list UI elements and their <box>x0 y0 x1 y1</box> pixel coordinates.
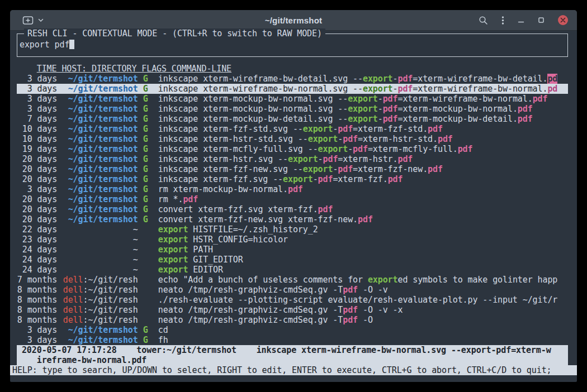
restore-button[interactable] <box>538 17 545 23</box>
command-segment: pdf <box>397 154 413 164</box>
command-segment: - <box>313 174 318 184</box>
status-line-1: 2020-05-07 17:17:28 tower:~/git/termshot… <box>17 345 568 355</box>
minimize-icon <box>518 17 524 23</box>
history-row[interactable]: 8 months dell:~/git/resh neato /tmp/resh… <box>17 305 568 315</box>
row-time: 8 months <box>17 315 57 325</box>
history-row[interactable]: 3 days ~/git/termshot G rm xterm-mockup-… <box>17 184 568 194</box>
command-segment: pdf <box>438 134 453 144</box>
command-segment: pdf <box>388 174 403 184</box>
row-time: 24 days <box>17 245 57 255</box>
command-segment: =xterm-wireframe-bw-normal. <box>397 94 532 104</box>
row-host-directory: ~/git/termshot <box>62 164 138 174</box>
row-flags: G <box>143 204 148 214</box>
command-segment: -O -v -x <box>358 305 403 315</box>
row-command: inkscape xterm-wireframe-bw-normal.svg -… <box>158 84 568 94</box>
row-flags <box>143 285 148 295</box>
command-segment: ~/git/termshot <box>68 335 138 345</box>
new-tab-button[interactable] <box>22 16 34 25</box>
command-segment: =xterm-wireframe-bw-normal. <box>413 84 547 94</box>
history-row[interactable]: 23 days ~ export HSTR_CONFIG=hicolor <box>17 235 568 245</box>
help-bar: HELP: type to search, UP/DOWN to select,… <box>10 365 577 375</box>
history-row[interactable]: 24 days ~ export GIT_EDITOR <box>17 255 568 265</box>
row-time: 8 months <box>17 285 57 295</box>
history-row[interactable]: 3 days ~/git/termshot G cd <box>17 325 568 335</box>
history-row[interactable]: 19 days ~/git/termshot G inkscape xterm-… <box>17 144 568 154</box>
row-flags: G <box>143 184 148 194</box>
command-segment: :~/git/resh <box>83 285 138 295</box>
row-command: fh <box>158 335 568 345</box>
row-command: inkscape xterm-fzf-std.svg --export-pdf=… <box>158 124 568 134</box>
command-segment: pd <box>547 74 557 84</box>
command-segment: ~ <box>133 255 138 265</box>
history-row[interactable]: 20 days ~/git/termshot G inkscape xterm-… <box>17 174 568 184</box>
command-segment: ed symbols to make golinter happ <box>397 275 557 285</box>
close-button[interactable] <box>558 15 568 25</box>
close-icon <box>560 17 566 23</box>
command-segment: inkscape xterm-fzf.svg -- <box>158 174 283 184</box>
search-input[interactable]: export pdf <box>20 40 565 50</box>
query-text: export pdf <box>20 40 69 50</box>
command-segment: pd <box>547 84 557 94</box>
menu-button[interactable] <box>501 16 504 25</box>
history-row[interactable]: 7 days ~/git/termshot G inkscape xterm-m… <box>17 114 568 124</box>
command-segment: pdf <box>428 124 443 134</box>
command-segment: :~/git/resh <box>83 315 138 325</box>
history-row[interactable]: 10 days ~/git/termshot G inkscape xterm-… <box>17 134 568 144</box>
history-row[interactable]: 24 days ~ export PATH <box>17 245 568 255</box>
command-segment: pdf <box>358 214 373 224</box>
history-row[interactable]: 22 days ~ export HISTFILE=~/.zsh_history… <box>17 224 568 235</box>
history-row[interactable]: 20 days ~/git/termshot G rm *.pdf <box>17 194 568 204</box>
command-segment: ~/git/termshot <box>68 204 138 214</box>
row-command: neato /tmp/resh-graphviz-cmdSeq.gv -Tpdf… <box>158 305 568 315</box>
row-time: 3 days <box>17 74 57 84</box>
command-segment: -O <box>358 315 373 325</box>
history-row[interactable]: 8 months dell:~/git/resh neato /tmp/resh… <box>17 285 568 295</box>
row-time: 10 days <box>17 124 57 134</box>
history-row[interactable]: 20 days ~/git/termshot G inkscape xterm-… <box>17 164 568 174</box>
command-segment: pdf <box>533 94 548 104</box>
history-row[interactable]: 8 months dell:~/git/resh ./resh-evaluate… <box>17 295 568 305</box>
row-time: 3 days <box>17 104 57 114</box>
command-segment: pdf <box>183 194 198 204</box>
history-row[interactable]: 24 days ~ export EDITOR <box>17 265 568 275</box>
history-row[interactable]: 3 days ~/git/termshot G inkscape xterm-w… <box>17 74 568 84</box>
history-row[interactable]: 10 days ~/git/termshot G inkscape xterm-… <box>17 124 568 134</box>
command-segment: ~ <box>133 235 138 245</box>
row-host-directory: dell:~/git/resh <box>62 295 138 305</box>
command-segment: ~ <box>133 224 138 235</box>
history-row[interactable]: 8 months dell:~/git/resh neato /tmp/resh… <box>17 315 568 325</box>
row-flags: G <box>143 84 148 94</box>
history-row[interactable]: 3 days ~/git/termshot G inkscape xterm-m… <box>17 94 568 104</box>
new-tab-dropdown-button[interactable] <box>38 18 44 22</box>
history-row[interactable]: 3 days ~/git/termshot G inkscape xterm-w… <box>17 84 568 94</box>
command-segment: export <box>303 124 333 134</box>
command-segment: dell <box>63 275 83 285</box>
row-host-directory: ~/git/termshot <box>62 184 138 194</box>
row-host-directory: dell:~/git/resh <box>62 315 138 325</box>
titlebar: ~/git/termshot <box>10 10 577 31</box>
command-segment: - <box>338 134 343 144</box>
history-row[interactable]: 7 months dell:~/git/resh echo "Add a bun… <box>17 275 568 285</box>
command-segment: pdf <box>343 315 358 325</box>
history-row[interactable]: 20 days ~/git/termshot G convert xterm-f… <box>17 204 568 214</box>
row-host-directory: dell:~/git/resh <box>62 285 138 295</box>
history-row[interactable]: 3 days ~/git/termshot G inkscape xterm-m… <box>17 104 568 114</box>
history-row[interactable]: 3 days ~/git/termshot G fh <box>17 335 568 345</box>
command-segment: ~/git/termshot <box>68 134 138 144</box>
command-segment: inkscape xterm-mockup-bw-normal.svg -- <box>158 94 348 104</box>
new-tab-icon <box>22 16 34 25</box>
row-host-directory: ~/git/termshot <box>62 94 138 104</box>
row-time: 7 days <box>17 114 57 124</box>
minimize-button[interactable] <box>518 17 524 23</box>
search-button[interactable] <box>479 16 488 25</box>
history-row[interactable]: 20 days ~/git/termshot G convert xterm-f… <box>17 214 568 224</box>
row-flags: G <box>143 325 148 335</box>
command-segment: pdf <box>518 104 533 114</box>
command-segment: pdf <box>383 104 398 114</box>
command-segment: - <box>378 94 383 104</box>
row-flags: G <box>143 335 148 345</box>
history-row[interactable]: 20 days ~/git/termshot G inkscape xterm-… <box>17 154 568 164</box>
kebab-menu-icon <box>501 16 504 25</box>
command-segment: =xterm-fzf-std. <box>353 124 428 134</box>
command-segment: dell <box>63 305 83 315</box>
